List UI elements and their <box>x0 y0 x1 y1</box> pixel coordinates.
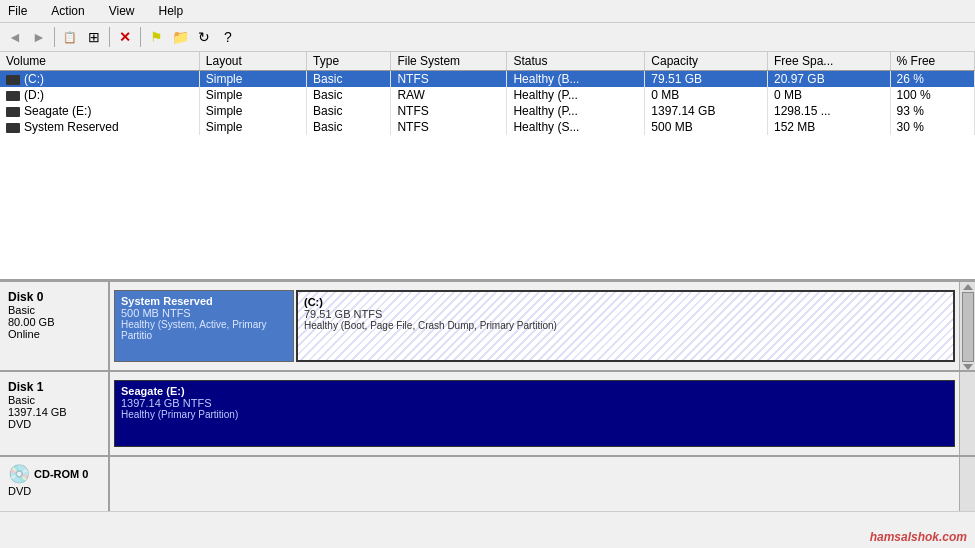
cell-volume: (D:) <box>0 87 199 103</box>
table-row[interactable]: Seagate (E:) Simple Basic NTFS Healthy (… <box>0 103 975 119</box>
scrollbar-2[interactable] <box>959 372 975 455</box>
disk-map-pane: Disk 0 Basic 80.00 GB Online System Rese… <box>0 282 975 546</box>
cell-volume: Seagate (E:) <box>0 103 199 119</box>
grid-button[interactable]: ⊞ <box>83 26 105 48</box>
cell-layout: Simple <box>199 119 306 135</box>
cell-fs: RAW <box>391 87 507 103</box>
cell-layout: Simple <box>199 71 306 88</box>
menu-bar: File Action View Help <box>0 0 975 23</box>
col-header-pct[interactable]: % Free <box>890 52 974 71</box>
disk-1-type: Basic <box>8 394 100 406</box>
menu-file[interactable]: File <box>4 2 31 20</box>
partition-c-fs: 79.51 GB NTFS <box>304 308 947 320</box>
toolbar-sep-1 <box>54 27 55 47</box>
disk-0-label: Disk 0 Basic 80.00 GB Online <box>0 282 110 370</box>
cell-type: Basic <box>307 87 391 103</box>
col-header-status[interactable]: Status <box>507 52 645 71</box>
toolbar-sep-2 <box>109 27 110 47</box>
partition-system-name: System Reserved <box>121 295 287 307</box>
cell-pct: 93 % <box>890 103 974 119</box>
cell-type: Basic <box>307 119 391 135</box>
cell-pct: 100 % <box>890 87 974 103</box>
cdrom-0-label: 💿 CD-ROM 0 DVD <box>0 457 110 511</box>
menu-action[interactable]: Action <box>47 2 88 20</box>
cell-volume: System Reserved <box>0 119 199 135</box>
cell-free: 0 MB <box>767 87 890 103</box>
cell-volume: (C:) <box>0 71 199 88</box>
scroll-thumb[interactable] <box>962 292 974 362</box>
cell-layout: Simple <box>199 87 306 103</box>
col-header-capacity[interactable]: Capacity <box>645 52 768 71</box>
table-row[interactable]: System Reserved Simple Basic NTFS Health… <box>0 119 975 135</box>
volume-list-pane: Volume Layout Type File System Status Ca… <box>0 52 975 282</box>
back-button[interactable]: ◄ <box>4 26 26 48</box>
col-header-layout[interactable]: Layout <box>199 52 306 71</box>
flag-button[interactable]: ⚑ <box>145 26 167 48</box>
partition-system-health: Healthy (System, Active, Primary Partiti… <box>121 319 287 341</box>
menu-view[interactable]: View <box>105 2 139 20</box>
cdrom-0-name: CD-ROM 0 <box>34 468 88 480</box>
cell-fs: NTFS <box>391 119 507 135</box>
partition-c[interactable]: (C:) 79.51 GB NTFS Healthy (Boot, Page F… <box>296 290 955 362</box>
disk-0-name: Disk 0 <box>8 290 100 304</box>
cell-status: Healthy (P... <box>507 87 645 103</box>
partition-seagate-fs: 1397.14 GB NTFS <box>121 397 948 409</box>
folder-button[interactable]: 📁 <box>169 26 191 48</box>
disk-0-partitions: System Reserved 500 MB NTFS Healthy (Sys… <box>110 282 959 370</box>
cell-free: 20.97 GB <box>767 71 890 88</box>
disk-1-partitions: Seagate (E:) 1397.14 GB NTFS Healthy (Pr… <box>110 372 959 455</box>
partition-seagate-name: Seagate (E:) <box>121 385 948 397</box>
disk-0-status: Online <box>8 328 100 340</box>
cell-type: Basic <box>307 103 391 119</box>
scroll-down-arrow[interactable] <box>963 364 973 370</box>
partition-c-health: Healthy (Boot, Page File, Crash Dump, Pr… <box>304 320 947 331</box>
disk-0-size: 80.00 GB <box>8 316 100 328</box>
cell-status: Healthy (S... <box>507 119 645 135</box>
cd-icon: 💿 <box>8 463 30 485</box>
partition-c-name: (C:) <box>304 296 947 308</box>
disk-0-type: Basic <box>8 304 100 316</box>
cell-fs: NTFS <box>391 103 507 119</box>
disk-1-label: Disk 1 Basic 1397.14 GB DVD <box>0 372 110 455</box>
cell-status: Healthy (P... <box>507 103 645 119</box>
cell-type: Basic <box>307 71 391 88</box>
cell-layout: Simple <box>199 103 306 119</box>
cdrom-0-row: 💿 CD-ROM 0 DVD <box>0 457 975 512</box>
help-button[interactable]: ? <box>217 26 239 48</box>
cell-pct: 26 % <box>890 71 974 88</box>
table-row[interactable]: (C:) Simple Basic NTFS Healthy (B... 79.… <box>0 71 975 88</box>
partition-system-reserved[interactable]: System Reserved 500 MB NTFS Healthy (Sys… <box>114 290 294 362</box>
menu-help[interactable]: Help <box>155 2 188 20</box>
col-header-type[interactable]: Type <box>307 52 391 71</box>
scrollbar-3[interactable] <box>959 457 975 511</box>
cell-capacity: 79.51 GB <box>645 71 768 88</box>
toolbar-sep-3 <box>140 27 141 47</box>
cell-free: 152 MB <box>767 119 890 135</box>
cdrom-0-content <box>110 457 959 511</box>
forward-button[interactable]: ► <box>28 26 50 48</box>
toolbar: ◄ ► 📋 ⊞ ✕ ⚑ 📁 ↻ ? <box>0 23 975 52</box>
volume-table: Volume Layout Type File System Status Ca… <box>0 52 975 135</box>
refresh-button[interactable]: ↻ <box>193 26 215 48</box>
col-header-fs[interactable]: File System <box>391 52 507 71</box>
delete-button[interactable]: ✕ <box>114 26 136 48</box>
cell-status: Healthy (B... <box>507 71 645 88</box>
cell-capacity: 1397.14 GB <box>645 103 768 119</box>
cell-free: 1298.15 ... <box>767 103 890 119</box>
disk-1-size: 1397.14 GB <box>8 406 100 418</box>
main-container: Volume Layout Type File System Status Ca… <box>0 52 975 546</box>
col-header-volume[interactable]: Volume <box>0 52 199 71</box>
disk-0-row: Disk 0 Basic 80.00 GB Online System Rese… <box>0 282 975 372</box>
scrollbar[interactable] <box>959 282 975 370</box>
col-header-free[interactable]: Free Spa... <box>767 52 890 71</box>
cdrom-0-type: DVD <box>8 485 88 497</box>
disk-1-status: DVD <box>8 418 100 430</box>
disk-1-row: Disk 1 Basic 1397.14 GB DVD Seagate (E:)… <box>0 372 975 457</box>
scroll-up-arrow[interactable] <box>963 284 973 290</box>
properties-button[interactable]: 📋 <box>59 26 81 48</box>
cell-fs: NTFS <box>391 71 507 88</box>
partition-system-fs: 500 MB NTFS <box>121 307 287 319</box>
cell-pct: 30 % <box>890 119 974 135</box>
partition-seagate[interactable]: Seagate (E:) 1397.14 GB NTFS Healthy (Pr… <box>114 380 955 447</box>
table-row[interactable]: (D:) Simple Basic RAW Healthy (P... 0 MB… <box>0 87 975 103</box>
